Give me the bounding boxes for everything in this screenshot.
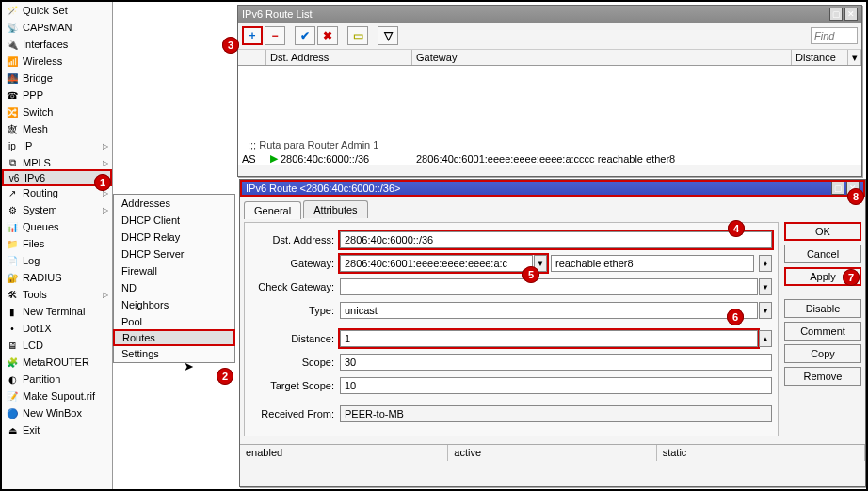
route-row[interactable]: AS ▶ 2806:40c:6000::/36 2806:40c:6001:ee… xyxy=(238,151,861,165)
sidebar-item-make-supout.rif[interactable]: 📝Make Supout.rif xyxy=(2,388,112,404)
gateway-input[interactable]: 2806:40c:6001:eeee:eeee:eeee:a:c xyxy=(340,255,533,272)
ok-button[interactable]: OK xyxy=(784,222,861,241)
cancel-button[interactable]: Cancel xyxy=(784,245,861,263)
submenu-item-firewall[interactable]: Firewall xyxy=(114,262,234,279)
enable-button[interactable]: ✔ xyxy=(295,26,315,45)
sidebar-label: Dot1X xyxy=(23,323,52,334)
col-gateway[interactable]: Gateway xyxy=(412,50,792,65)
sidebar-item-partition[interactable]: ◐Partition xyxy=(2,371,112,388)
sidebar-item-new-terminal[interactable]: ▮New Terminal xyxy=(2,303,112,320)
sidebar-icon: 🔀 xyxy=(6,105,19,119)
sidebar-item-bridge[interactable]: 🌉Bridge xyxy=(2,70,112,87)
sidebar-label: CAPsMAN xyxy=(23,22,72,33)
submenu-item-routes[interactable]: Routes xyxy=(113,329,235,346)
submenu-item-addresses[interactable]: Addresses xyxy=(114,195,234,212)
sidebar-icon: ⚙ xyxy=(6,203,19,216)
sidebar-item-capsman[interactable]: 📡CAPsMAN xyxy=(2,19,112,36)
add-button[interactable]: + xyxy=(242,26,263,45)
sidebar-item-log[interactable]: 📄Log xyxy=(2,252,112,269)
minimize-button[interactable]: ▢ xyxy=(829,8,843,21)
sidebar-item-new-winbox[interactable]: 🔵New WinBox xyxy=(2,404,112,421)
type-dropdown[interactable]: ▼ xyxy=(759,302,772,319)
scope-input[interactable]: 30 xyxy=(340,354,772,371)
disable-button[interactable]: ✖ xyxy=(317,26,338,45)
submenu-item-pool[interactable]: Pool xyxy=(114,313,234,330)
status-enabled: enabled xyxy=(240,445,448,461)
submenu-item-dhcp-relay[interactable]: DHCP Relay xyxy=(114,229,234,246)
col-menu[interactable]: ▾ xyxy=(848,50,861,65)
sidebar-item-interfaces[interactable]: 🔌Interfaces xyxy=(2,36,112,53)
sidebar-item-queues[interactable]: 📊Queues xyxy=(2,218,112,235)
annotation-7: 7 xyxy=(843,269,860,286)
type-input[interactable]: unicast xyxy=(340,302,758,319)
sidebar-item-metarouter[interactable]: 🧩MetaROUTER xyxy=(2,354,112,371)
close-button[interactable]: ✕ xyxy=(844,8,858,21)
sidebar-item-system[interactable]: ⚙System▷ xyxy=(2,201,112,218)
sidebar-icon: 🕸 xyxy=(6,122,19,135)
grid-body[interactable]: ;;; Ruta para Router Admin 1 AS ▶ 2806:4… xyxy=(238,66,861,165)
remove-button[interactable]: − xyxy=(265,26,285,45)
sidebar-item-files[interactable]: 📁Files xyxy=(2,235,112,252)
sidebar-item-ppp[interactable]: ☎PPP xyxy=(2,87,112,103)
submenu-item-dhcp-client[interactable]: DHCP Client xyxy=(114,212,234,229)
check-gateway-input[interactable] xyxy=(340,278,758,295)
window-titlebar[interactable]: IPv6 Route <2806:40c:6000::/36> ▢ ✕ xyxy=(240,180,865,197)
submenu-arrow-icon: ▷ xyxy=(103,206,108,214)
sidebar-label: Routing xyxy=(23,187,58,198)
sidebar-item-mesh[interactable]: 🕸Mesh xyxy=(2,120,112,137)
col-dst[interactable]: Dst. Address xyxy=(266,50,412,65)
submenu-item-neighbors[interactable]: Neighbors xyxy=(114,296,234,313)
sidebar-item-wireless[interactable]: 📶Wireless xyxy=(2,53,112,70)
sidebar-label: Quick Set xyxy=(23,5,68,16)
scope-label: Scope: xyxy=(250,356,340,368)
target-scope-input[interactable]: 10 xyxy=(340,377,772,394)
minimize-button[interactable]: ▢ xyxy=(831,182,844,195)
route-icon: ▶ xyxy=(270,152,278,165)
sidebar-icon: 🪄 xyxy=(6,4,19,17)
distance-up[interactable]: ▲ xyxy=(759,330,772,347)
filter-button[interactable]: ▽ xyxy=(378,26,398,45)
comment-button[interactable]: ▭ xyxy=(347,26,368,45)
disable-button[interactable]: Disable xyxy=(784,299,861,318)
sidebar-item-quick-set[interactable]: 🪄Quick Set xyxy=(2,2,112,19)
sidebar-icon: ⧉ xyxy=(6,156,19,169)
distance-label: Distance: xyxy=(250,333,340,344)
submenu-item-dhcp-server[interactable]: DHCP Server xyxy=(114,246,234,262)
gateway-status: reachable ether8 xyxy=(551,255,754,272)
dst-address-input[interactable]: 2806:40c:6000::/36 xyxy=(340,231,772,248)
submenu-arrow-icon: ▷ xyxy=(103,159,108,167)
submenu-item-settings[interactable]: Settings xyxy=(114,345,234,362)
sidebar-label: New Terminal xyxy=(23,306,85,317)
sidebar-item-radius[interactable]: 🔐RADIUS xyxy=(2,269,112,286)
sidebar-item-lcd[interactable]: 🖥LCD xyxy=(2,337,112,354)
sidebar-label: PPP xyxy=(23,89,43,101)
sidebar-icon: 📡 xyxy=(6,21,19,34)
window-title: IPv6 Route List xyxy=(242,8,313,20)
distance-input[interactable]: 1 xyxy=(340,330,758,347)
tab-attributes[interactable]: Attributes xyxy=(303,200,367,218)
sidebar-item-tools[interactable]: 🛠Tools▷ xyxy=(2,286,112,303)
sidebar-icon: 🧩 xyxy=(6,356,19,369)
window-titlebar[interactable]: IPv6 Route List ▢ ✕ xyxy=(238,6,861,23)
find-input[interactable] xyxy=(811,27,858,44)
route-comment-row[interactable]: ;;; Ruta para Router Admin 1 xyxy=(238,137,861,151)
tab-general[interactable]: General xyxy=(244,201,301,219)
col-distance[interactable]: Distance xyxy=(792,50,848,65)
sidebar-label: Make Supout.rif xyxy=(23,390,95,402)
received-from: PEER-to-MB xyxy=(340,405,772,422)
comment-button[interactable]: Comment xyxy=(784,322,861,341)
sidebar-item-exit[interactable]: ⏏Exit xyxy=(2,421,112,438)
submenu-item-nd[interactable]: ND xyxy=(114,279,234,296)
col-flag[interactable] xyxy=(238,50,266,65)
remove-button[interactable]: Remove xyxy=(784,367,861,386)
gateway-add[interactable]: ♦ xyxy=(759,255,772,272)
sidebar-item-ip[interactable]: ipIP▷ xyxy=(2,137,112,154)
sidebar-item-dot1x[interactable]: •Dot1X xyxy=(2,320,112,337)
copy-button[interactable]: Copy xyxy=(784,344,861,363)
sidebar-item-switch[interactable]: 🔀Switch xyxy=(2,103,112,120)
sidebar-label: Wireless xyxy=(23,55,62,67)
sidebar-icon: 📄 xyxy=(6,254,19,267)
check-gw-dropdown[interactable]: ▼ xyxy=(759,278,772,295)
sidebar-label: Mesh xyxy=(23,123,48,135)
sidebar-label: RADIUS xyxy=(23,272,62,283)
